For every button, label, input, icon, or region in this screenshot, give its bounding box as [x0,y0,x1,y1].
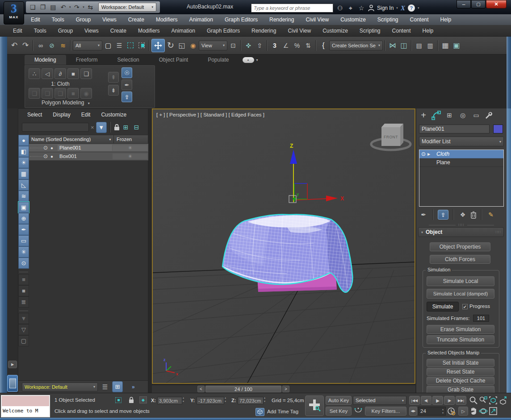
display-helpers-icon[interactable]: ◺ [18,179,29,191]
object-name-field[interactable]: Plane001 [419,125,490,133]
render-toggle-icon[interactable]: ● [50,146,58,150]
z-spinner[interactable]: ▴▾ [264,396,265,403]
help-dropdown-icon[interactable]: ▾ [418,6,419,10]
frame-spinner-button[interactable]: ◀▶ [409,407,417,416]
paint-deform-icon[interactable]: ■ [67,88,79,99]
pin-stack-button-icon[interactable]: ✒ [419,209,428,220]
expand-arrow-icon[interactable]: ▶ [427,152,434,156]
new-file-icon[interactable]: ❏ [29,2,37,12]
stack-item-cloth[interactable]: ⊙ ▶ Cloth [419,150,503,158]
ribbon-tab-object-paint[interactable]: Object Paint [149,55,198,65]
viewcube[interactable]: FRONT [371,124,410,150]
orbit-icon[interactable] [479,407,488,416]
menu-modifiers-2[interactable]: Modifiers [132,28,166,34]
reset-state-button[interactable]: Reset State [427,368,494,376]
erase-simulation-button[interactable]: Erase Simulation [427,325,494,334]
expand-panel-button[interactable]: ▶ [8,361,17,368]
menu-content-2[interactable]: Content [386,28,417,34]
communication-center-icon[interactable]: ⌖ [347,3,355,13]
x-spinner[interactable]: ▴▾ [183,396,184,403]
display-lights-icon[interactable]: ☀ [18,157,29,168]
select-by-name-icon[interactable]: ☰ [114,40,125,51]
rendered-frame-window-icon[interactable]: ▣ [451,40,462,51]
menu-tools[interactable]: Tools [46,17,70,23]
menu-scripting-2[interactable]: Scripting [354,28,386,34]
y-spinner[interactable]: ▴▾ [225,396,226,403]
menu-help-2[interactable]: Help [417,28,440,34]
frame-field-spinner[interactable]: ▴▾ [442,408,444,415]
set-keys-big-button[interactable] [305,395,324,416]
workspace-selector[interactable]: Workspace: Default ▾ [22,383,98,391]
clear-search-icon[interactable]: × [91,124,94,131]
soft-selection-icon[interactable]: ◉ [80,88,92,99]
maximize-viewport-icon[interactable] [489,407,498,416]
menu-civil-view-2[interactable]: Civil View [282,28,317,34]
undo-dropdown-icon[interactable]: ▾ [69,5,71,9]
viewport-label[interactable]: [ + ] [ Perspective ] [ Standard ] [ Edg… [156,112,264,117]
select-and-link-icon[interactable]: ∞ [35,40,46,51]
eye-icon[interactable]: ⊙ [43,145,50,151]
explorer-menu-select[interactable]: Select [22,112,47,118]
favorites-star-icon[interactable]: ☆ [357,3,365,13]
help-icon[interactable]: ? [408,4,415,12]
open-file-icon[interactable]: ❐ [39,2,47,12]
toggle-hilite-icon[interactable]: ☉ [121,67,132,78]
angle-snap-icon[interactable]: ∠ [281,40,291,51]
isolate-selection-icon[interactable] [115,397,121,403]
ribbon-minimize-button[interactable]: ▲ [243,57,254,63]
redo-dropdown-icon[interactable]: ▾ [83,5,84,9]
show-end-result-ribbon-icon[interactable]: ⇧ [121,91,132,102]
tab-utilities-icon[interactable] [484,111,493,120]
viewport-layout-tab-button[interactable] [7,375,18,392]
use-pivot-center-icon[interactable]: ⊡ [228,40,239,51]
maximize-button[interactable]: ▢ [471,0,486,8]
spinner-snap-icon[interactable]: ⇅ [303,40,314,51]
auto-key-button[interactable]: Auto Key [326,396,352,405]
absolute-offset-toggle-icon[interactable]: ◆ [139,396,147,403]
display-containers-icon[interactable]: ⊕ [18,213,29,224]
polygon-subobject-icon[interactable]: ■ [67,68,79,79]
go-to-end-button[interactable]: ▶▶| [456,396,466,405]
expand-tree-icon[interactable]: ≣ [18,296,29,308]
redo-scene-icon[interactable]: ↷ [20,40,31,51]
unlink-selection-icon[interactable]: ⊘ [46,40,57,51]
delete-object-cache-button[interactable]: Delete Object Cache [427,377,494,385]
table-row[interactable]: ⊙ ● Box001 ✳ [29,152,148,161]
close-button[interactable]: ✕ [486,0,507,8]
menu-civil-view[interactable]: Civil View [300,17,335,23]
key-filters-button[interactable]: Key Filters... [365,407,406,416]
sign-in-dropdown-icon[interactable]: ▾ [396,6,398,10]
z-coordinate-field[interactable]: 72,023cm [238,397,264,404]
zoom-icon[interactable] [469,396,478,405]
progress-label[interactable]: Progress [469,304,490,309]
viewport-scene[interactable]: Z X y FRONT z [153,109,415,383]
ribbon-options-dropdown-icon[interactable]: ▾ [256,58,258,62]
menu-create[interactable]: Create [122,17,150,23]
cloth-forces-button[interactable]: Cloth Forces [430,255,490,264]
set-initial-state-button[interactable]: Set Initial State [427,359,494,367]
select-and-scale-icon[interactable]: ◱ [176,40,187,51]
set-key-button[interactable]: Set Key [326,407,352,416]
menu-help[interactable]: Help [435,17,457,23]
pick-parent-icon[interactable]: ⊞ [121,122,130,133]
display-plates-icon[interactable]: ▭ [18,235,29,246]
zoom-all-icon[interactable] [479,396,488,405]
go-to-start-button[interactable]: |◀◀ [409,396,420,405]
ribbon-tab-selection[interactable]: Selection [107,55,149,65]
progress-checkbox[interactable]: ✔ [462,304,468,309]
render-toggle-icon[interactable]: ● [50,154,58,159]
hierarchy-view-icon[interactable]: ⊞ [112,381,123,392]
object-color-swatch[interactable] [493,125,503,133]
display-bones-icon[interactable]: ✒ [18,224,29,235]
select-object-icon[interactable]: ▢ [103,40,113,51]
panel-title[interactable]: Polygon Modeling ▾ [25,100,106,106]
edit-named-selection-sets-icon[interactable]: { [318,40,329,51]
listener-pink-line[interactable] [2,396,49,407]
modifier-eye-icon[interactable]: ⊙ [419,151,427,157]
preview-off-icon[interactable]: ❑ [54,88,66,99]
select-and-move-button[interactable] [151,39,165,52]
object-name-label[interactable]: Plane001 [58,145,112,151]
display-cameras-icon[interactable]: ▦ [18,168,29,179]
menu-graph-editors[interactable]: Graph Editors [219,17,264,23]
application-menu-button[interactable]: 3 MAX [4,1,24,25]
